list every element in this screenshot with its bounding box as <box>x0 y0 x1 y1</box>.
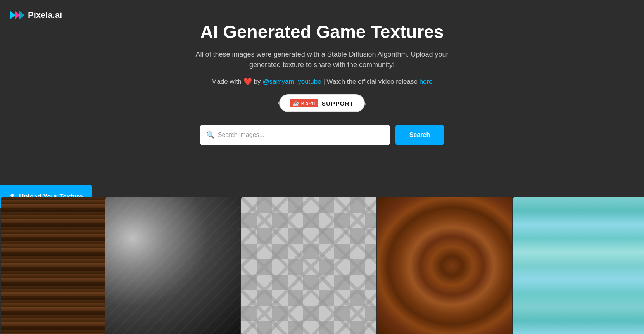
texture-image-feathers <box>105 197 240 334</box>
here-link[interactable]: here <box>420 78 433 85</box>
author-link[interactable]: @samyam_youtube <box>262 78 321 85</box>
texture-card-wood-rings[interactable] <box>376 196 512 334</box>
svg-marker-1 <box>15 11 20 19</box>
search-icon: 🔍 <box>206 131 215 139</box>
hero-title: AI Generated Game Textures <box>0 21 644 42</box>
hero-credit: Made with ❤️ by @samyam_youtube | Watch … <box>0 77 644 86</box>
search-input[interactable] <box>200 125 390 145</box>
kofi-text: Ko-fi <box>301 100 316 106</box>
hero-section: AI Generated Game Textures All of these … <box>0 0 644 173</box>
kofi-cup: ☕ Ko-fi <box>290 99 318 107</box>
search-section: 🔍 Search <box>0 125 644 145</box>
credit-prefix: Made with <box>211 78 241 85</box>
cup-icon: ☕ <box>292 100 300 106</box>
kofi-icon: ☕ Ko-fi <box>290 99 318 107</box>
support-btn-wrapper: ✦ ☕ Ko-fi SUPPORT ✦ <box>0 94 644 112</box>
texture-card-tiles[interactable] <box>240 196 376 334</box>
svg-marker-0 <box>10 11 16 19</box>
sparkle-left-icon: ✦ <box>277 100 281 106</box>
texture-card-feathers[interactable] <box>105 196 240 334</box>
pixela-logo-icon <box>8 7 24 23</box>
texture-image-watercolor <box>513 197 644 334</box>
search-button[interactable]: Search <box>395 125 444 145</box>
texture-image-wood-dark <box>1 197 105 334</box>
support-label: SUPPORT <box>322 100 354 107</box>
credit-middle: | Watch the official video release <box>323 78 418 85</box>
header: Pixela.ai <box>8 7 62 23</box>
texture-image-tiles <box>241 197 376 334</box>
search-input-wrapper: 🔍 <box>200 125 390 145</box>
logo-text: Pixela.ai <box>28 10 62 20</box>
texture-grid <box>0 196 644 334</box>
hero-subtitle: All of these images were generated with … <box>183 49 462 70</box>
support-button[interactable]: ✦ ☕ Ko-fi SUPPORT ✦ <box>279 94 365 112</box>
svg-marker-2 <box>19 11 24 19</box>
texture-card-watercolor[interactable] <box>512 196 644 334</box>
texture-card-wood-dark[interactable] <box>0 196 105 334</box>
credit-by: by <box>254 78 261 85</box>
texture-image-wood-rings <box>377 197 512 334</box>
heart-icon: ❤️ <box>243 78 254 85</box>
sparkle-right-icon: ✦ <box>364 102 368 106</box>
